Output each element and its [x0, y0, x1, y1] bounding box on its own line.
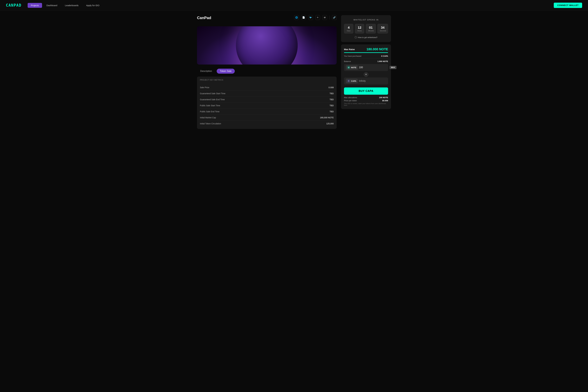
table-row: Public Sale Start Time TBD: [200, 102, 334, 108]
metric-value-gss: TBD: [330, 92, 334, 95]
social-icons-bar: 🌐 📄 🐦 ✈ M 🔗: [294, 15, 337, 20]
metric-value-pss: TBD: [330, 104, 334, 107]
nav-apply-ido[interactable]: Apply for IDO: [83, 3, 102, 8]
max-allocations-value: 100 NOTE: [379, 96, 388, 98]
to-amount-display: Infinity: [359, 80, 386, 82]
countdown-minutes: 01 Minutes: [366, 24, 376, 34]
tab-description[interactable]: Description: [197, 69, 215, 74]
balance-row: Balance 1.000 NOTE: [344, 60, 388, 62]
metric-label-sale-price: Sale Price: [200, 86, 209, 89]
purchased-value: 0 CAPA: [381, 55, 388, 57]
telegram-icon[interactable]: ✈: [315, 15, 320, 20]
metrics-section-title: PROJECT KEY METRICS: [200, 79, 334, 82]
whitelist-title: WHITELIST OPENS IN: [344, 19, 388, 21]
max-raise-value: 180.000 NOTE: [366, 47, 388, 51]
table-row: Initial Token Circulation 125,000: [200, 121, 334, 126]
navbar: CANPAD Projects Dashboard Leaderboards A…: [0, 0, 588, 11]
metric-label-itc: Initial Token Circulation: [200, 122, 221, 125]
table-row: Public Sale End Time TBD: [200, 108, 334, 115]
whitelist-link-text: How to get whitelisted?: [358, 36, 378, 38]
countdown-minutes-num: 01: [368, 26, 374, 30]
metric-label-imc: Initial Market Cap: [200, 116, 216, 119]
twitter-icon[interactable]: 🐦: [308, 15, 313, 20]
metric-label-gss: Guaranteed Sale Start Time: [200, 92, 226, 95]
connect-wallet-button[interactable]: CONNECT WALLET: [554, 3, 582, 8]
doc-icon[interactable]: 📄: [301, 15, 306, 20]
hero-banner: [197, 26, 337, 64]
metric-label-gse: Guaranteed Sale End Time: [200, 98, 225, 101]
balance-label: Balance: [344, 60, 351, 62]
question-icon: ?: [354, 36, 357, 38]
metric-value-itc: 125,000: [326, 122, 334, 125]
table-row: Guaranteed Sale End Time TBD: [200, 96, 334, 102]
countdown-hours-num: 12: [357, 26, 362, 30]
vested-note: This IDO is vested, claim your tokens fr…: [344, 102, 388, 106]
note-token-badge: ◎ NOTE: [346, 65, 358, 70]
price-per-token-value: $0.008: [382, 100, 388, 102]
left-panel: CanPad 🌐 📄 🐦 ✈ M 🔗 Description Token Sal…: [197, 15, 337, 129]
to-token-row: ✦ CAPA Infinity: [344, 78, 388, 84]
purchased-label: You have purchased: [344, 55, 361, 57]
hero-globe: [236, 26, 298, 64]
metric-value-imc: 180,000 NOTE: [320, 116, 334, 119]
price-per-token-row: Price per token $0.008: [344, 100, 388, 102]
trade-panel: Max Raise 180.000 NOTE You have purchase…: [341, 44, 391, 109]
countdown-hours: 12 Hours: [355, 24, 364, 34]
note-token-label: NOTE: [351, 66, 356, 69]
whitelist-help-link[interactable]: ? How to get whitelisted?: [344, 36, 388, 38]
balance-value: 1.000 NOTE: [378, 60, 388, 62]
main-content: CanPad 🌐 📄 🐦 ✈ M 🔗 Description Token Sal…: [191, 11, 397, 133]
tab-token-sale[interactable]: Token Sale: [217, 69, 235, 74]
metric-value-sale-price: 0.008: [328, 86, 334, 89]
countdown-timer: 4 Days 12 Hours 01 Minutes 34 Seconds: [344, 24, 388, 34]
price-per-token-label: Price per token: [344, 100, 357, 102]
max-allocations-label: Max allocations: [344, 96, 357, 98]
countdown-seconds-num: 34: [380, 26, 386, 30]
progress-bar: [344, 52, 388, 53]
swap-direction-button[interactable]: ▼: [364, 72, 368, 77]
purchased-row: You have purchased 0 CAPA: [344, 55, 388, 57]
countdown-seconds-label: Seconds: [380, 30, 386, 32]
globe-icon[interactable]: 🌐: [294, 15, 299, 20]
logo: CANPAD: [6, 3, 22, 8]
medium-icon[interactable]: M: [322, 15, 327, 20]
tab-bar: Description Token Sale: [197, 69, 337, 74]
capa-token-label: CAPA: [351, 80, 356, 82]
capa-token-badge: ✦ CAPA: [346, 79, 358, 83]
metric-value-pse: TBD: [330, 110, 334, 113]
max-raise-label: Max Raise: [344, 48, 355, 50]
from-token-row: ◎ NOTE MAX: [344, 64, 388, 71]
metric-label-pse: Public Sale End Time: [200, 110, 220, 113]
nav-leaderboards[interactable]: Leaderboards: [62, 3, 82, 8]
from-amount-input[interactable]: [359, 66, 388, 69]
metric-label-pss: Public Sale Start Time: [200, 104, 220, 107]
table-row: Guaranteed Sale Start Time TBD: [200, 90, 334, 96]
nav-links: Projects Dashboard Leaderboards Apply fo…: [28, 3, 552, 8]
page-title: CanPad: [197, 16, 211, 20]
note-token-icon: ◎: [347, 66, 350, 69]
max-raise-row: Max Raise 180.000 NOTE: [344, 47, 388, 51]
whitelist-panel: WHITELIST OPENS IN 4 Days 12 Hours 01 Mi…: [341, 15, 391, 42]
metric-value-gse: TBD: [330, 98, 334, 101]
share-icon[interactable]: 🔗: [332, 15, 337, 20]
countdown-days: 4 Days: [344, 24, 354, 34]
swap-arrow: ▼: [344, 72, 388, 77]
buy-capa-button[interactable]: BUY CAPA: [344, 88, 388, 95]
progress-fill: [344, 52, 388, 53]
countdown-days-num: 4: [346, 26, 351, 30]
countdown-seconds: 34 Seconds: [377, 24, 388, 34]
nav-dashboard[interactable]: Dashboard: [43, 3, 60, 8]
countdown-days-label: Days: [346, 30, 351, 32]
right-panel: WHITELIST OPENS IN 4 Days 12 Hours 01 Mi…: [341, 15, 391, 129]
capa-token-icon: ✦: [347, 80, 350, 82]
table-row: Initial Market Cap 180,000 NOTE: [200, 115, 334, 121]
max-allocations-row: Max allocations 100 NOTE: [344, 96, 388, 98]
countdown-minutes-label: Minutes: [368, 30, 374, 32]
nav-projects[interactable]: Projects: [28, 3, 42, 8]
countdown-hours-label: Hours: [357, 30, 362, 32]
metrics-table: PROJECT KEY METRICS Sale Price 0.008 Gua…: [197, 76, 337, 129]
max-button[interactable]: MAX: [390, 66, 396, 69]
table-row: Sale Price 0.008: [200, 84, 334, 90]
